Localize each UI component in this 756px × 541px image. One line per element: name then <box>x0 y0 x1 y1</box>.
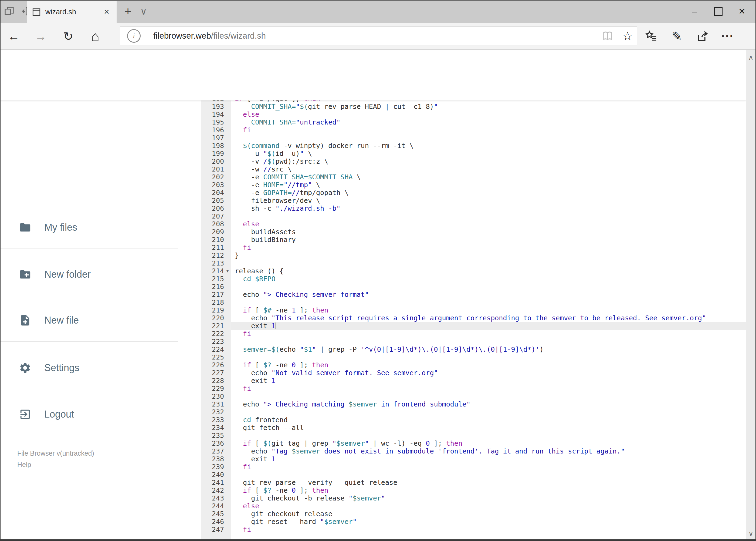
code-line[interactable]: 193 COMMIT_SHA="$(git rev-parse HEAD | c… <box>201 103 746 111</box>
code-line[interactable]: 238 exit 1 <box>201 455 746 463</box>
code-text: filebrowser/dev \ <box>231 197 746 205</box>
code-line[interactable]: 203 -e HOME="//tmp" \ <box>201 181 746 189</box>
help-link[interactable]: Help <box>17 459 94 470</box>
code-line[interactable]: 233 cd frontend <box>201 416 746 424</box>
code-line[interactable]: 232 <box>201 408 746 416</box>
code-line[interactable]: 239 fi <box>201 463 746 471</box>
code-line[interactable]: 204 -e GOPATH=//tmp/gopath \ <box>201 189 746 197</box>
code-line[interactable]: 210 buildBinary <box>201 236 746 244</box>
code-line[interactable]: 196 fi <box>201 126 746 134</box>
code-line[interactable]: 213 <box>201 259 746 267</box>
sidebar-item-label: My files <box>44 222 77 233</box>
web-notes-pen-icon[interactable]: ✎ <box>666 23 688 50</box>
home-button[interactable]: ⌂ <box>85 23 105 50</box>
code-line[interactable]: 192if [ -d /.git ]; then <box>201 101 746 103</box>
code-line[interactable]: 201 -w //src \ <box>201 165 746 173</box>
code-line[interactable]: 209 buildAssets <box>201 228 746 236</box>
code-line[interactable]: 234 git fetch --all <box>201 424 746 432</box>
code-line[interactable]: 235 <box>201 432 746 439</box>
sidebar-item-logout[interactable]: Logout <box>0 398 178 430</box>
code-line[interactable]: 246 git reset --hard "$semver" <box>201 518 746 526</box>
code-line[interactable]: 228 exit 1 <box>201 377 746 385</box>
back-button[interactable]: ← <box>4 23 24 50</box>
code-line[interactable]: 219 if [ $# -ne 1 ]; then <box>201 306 746 314</box>
code-line[interactable]: 245 git checkout release <box>201 510 746 518</box>
sidebar-item-new-folder[interactable]: New folder <box>0 258 178 290</box>
refresh-button[interactable]: ↻ <box>58 23 78 50</box>
code-text: -u "$(id -u)" \ <box>231 150 746 158</box>
code-line[interactable]: 208 else <box>201 220 746 228</box>
sidebar-item-my-files[interactable]: My files <box>0 211 178 244</box>
code-line[interactable]: 218 <box>201 298 746 306</box>
scroll-down-icon[interactable]: ∨ <box>746 527 756 539</box>
code-line[interactable]: 212} <box>201 252 746 259</box>
code-line[interactable]: 207 <box>201 212 746 220</box>
line-number: 206 <box>201 205 231 212</box>
code-text: git checkout release <box>231 510 746 518</box>
code-line[interactable]: 229 fi <box>201 385 746 392</box>
vertical-scrollbar[interactable]: ∧ ∨ <box>746 50 756 541</box>
folder-plus-icon <box>19 268 31 280</box>
site-info-icon[interactable]: i <box>127 29 140 43</box>
new-tab-button[interactable]: + <box>121 0 135 23</box>
code-line[interactable]: 240 <box>201 471 746 479</box>
code-line[interactable]: 242 if [ $? -ne 0 ]; then <box>201 486 746 494</box>
fold-marker-icon[interactable]: ▾ <box>224 267 231 275</box>
code-line[interactable]: 226 if [ $? -ne 0 ]; then <box>201 361 746 369</box>
code-line[interactable]: 243 git checkout -b release "$semver" <box>201 494 746 502</box>
code-line[interactable]: 230 <box>201 392 746 400</box>
code-line[interactable]: 237 echo "Tag $semver does not exist in … <box>201 447 746 455</box>
share-page-icon[interactable] <box>692 23 714 50</box>
code-line[interactable]: 194 else <box>201 111 746 118</box>
forward-button[interactable]: → <box>31 23 51 50</box>
code-line[interactable]: 247 fi <box>201 526 746 533</box>
code-line[interactable]: 231 echo "> Checking matching $semver in… <box>201 400 746 408</box>
code-line[interactable]: 244 else <box>201 502 746 510</box>
tabs-aside-icon[interactable] <box>4 6 15 17</box>
code-line[interactable]: 217 echo "> Checking semver format" <box>201 290 746 298</box>
window-maximize-button[interactable] <box>706 0 730 23</box>
code-line[interactable]: 200 -v /$(pwd):/src:z \ <box>201 158 746 165</box>
code-line[interactable]: 222 fi <box>201 330 746 337</box>
tab-close-icon[interactable]: ✕ <box>102 7 112 17</box>
sidebar-item-new-file[interactable]: New file <box>0 304 178 336</box>
code-line[interactable]: 211 fi <box>201 244 746 252</box>
code-line[interactable]: 206 sh -c "./wizard.sh -b" <box>201 205 746 212</box>
code-line[interactable]: 241 git rev-parse --verify --quiet relea… <box>201 479 746 486</box>
favorite-star-icon[interactable]: ☆ <box>623 29 633 43</box>
line-number: 231 <box>201 400 231 408</box>
code-line[interactable]: 220 echo "This release script requires a… <box>201 314 746 322</box>
tab-dropdown-icon[interactable]: ∨ <box>136 0 150 23</box>
scroll-up-icon[interactable]: ∧ <box>746 51 756 63</box>
code-line[interactable]: 198 $(command -v winpty) docker run --rm… <box>201 142 746 150</box>
code-text: exit 1 <box>231 455 746 463</box>
code-line[interactable]: 215 cd $REPO <box>201 275 746 283</box>
more-options-icon[interactable]: ··· <box>717 23 738 50</box>
address-bar[interactable]: i filebrowser.web/files/wizard.sh ☆ <box>120 26 637 45</box>
code-line[interactable]: 216 <box>201 283 746 290</box>
code-line[interactable]: 195 COMMIT_SHA="untracked" <box>201 118 746 126</box>
code-line[interactable]: 236 if [ $(git tag | grep "$semver" | wc… <box>201 439 746 447</box>
code-line[interactable]: 224 semver=$(echo "$1" | grep -P '^v(0|[… <box>201 345 746 353</box>
code-line[interactable]: 197 <box>201 134 746 142</box>
code-line[interactable]: 225 <box>201 353 746 361</box>
code-line[interactable]: 199 -u "$(id -u)" \ <box>201 150 746 158</box>
window-close-button[interactable]: ✕ <box>730 0 754 23</box>
hub-icon[interactable] <box>640 23 662 50</box>
browser-tab[interactable]: wizard.sh ✕ <box>27 1 117 23</box>
window-minimize-button[interactable]: – <box>682 0 706 23</box>
code-line[interactable]: 214▾release () { <box>201 267 746 275</box>
code-line[interactable]: 202 -e COMMIT_SHA=$COMMIT_SHA \ <box>201 173 746 181</box>
reading-view-icon[interactable] <box>602 30 613 42</box>
code-line[interactable]: 223 <box>201 337 746 345</box>
fold-gutter <box>224 369 231 377</box>
code-editor[interactable]: 192if [ -d /.git ]; then193 COMMIT_SHA="… <box>201 101 746 541</box>
code-line[interactable]: 227 echo "Not valid semver format. See s… <box>201 369 746 377</box>
sidebar-footer: File Browser v(untracked) Help <box>17 448 94 470</box>
fold-gutter <box>224 494 231 502</box>
line-number: 220 <box>201 314 231 322</box>
code-line[interactable]: 221 exit 1 <box>201 322 746 330</box>
code-line[interactable]: 205 filebrowser/dev \ <box>201 197 746 205</box>
url-text[interactable]: filebrowser.web/files/wizard.sh <box>153 31 602 41</box>
sidebar-item-settings[interactable]: Settings <box>0 352 178 384</box>
